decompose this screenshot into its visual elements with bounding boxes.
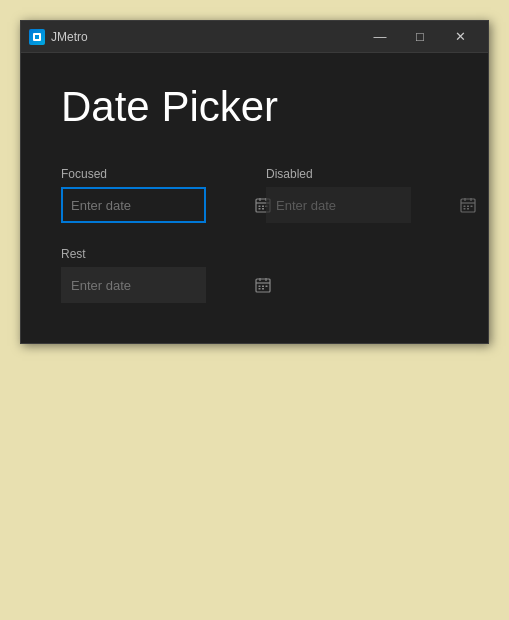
svg-rect-24 (266, 286, 268, 288)
titlebar-left: JMetro (29, 29, 88, 45)
svg-rect-14 (467, 206, 469, 208)
app-icon-inner (33, 33, 41, 41)
svg-rect-16 (464, 208, 466, 210)
svg-rect-7 (259, 208, 261, 210)
focused-date-input-wrapper[interactable] (61, 187, 206, 223)
maximize-button[interactable]: □ (400, 21, 440, 53)
svg-rect-22 (259, 286, 261, 288)
svg-rect-26 (262, 288, 264, 290)
rest-date-input[interactable] (63, 269, 247, 301)
svg-rect-5 (262, 206, 264, 208)
disabled-calendar-button (452, 189, 484, 221)
disabled-label: Disabled (266, 167, 411, 181)
minimize-button[interactable]: — (360, 21, 400, 53)
disabled-date-input-wrapper (266, 187, 411, 223)
svg-rect-8 (262, 208, 264, 210)
focused-picker-group: Focused (61, 167, 206, 223)
svg-rect-23 (262, 286, 264, 288)
pickers-row-bottom: Rest (61, 247, 448, 303)
focused-date-input[interactable] (63, 189, 247, 221)
titlebar: JMetro — □ ✕ (21, 21, 488, 53)
rest-label: Rest (61, 247, 448, 261)
pickers-row-top: Focused (61, 167, 448, 223)
rest-picker-group: Rest (61, 247, 448, 303)
svg-rect-4 (259, 206, 261, 208)
svg-rect-15 (471, 206, 473, 208)
window-title: JMetro (51, 30, 88, 44)
focused-label: Focused (61, 167, 206, 181)
app-window: JMetro — □ ✕ Date Picker Focused (20, 20, 489, 344)
disabled-date-input (268, 189, 452, 221)
calendar-icon-rest (255, 277, 271, 293)
close-button[interactable]: ✕ (440, 21, 480, 53)
rest-calendar-button[interactable] (247, 269, 279, 301)
svg-rect-9 (461, 199, 475, 212)
app-icon (29, 29, 45, 45)
page-title: Date Picker (61, 83, 448, 131)
disabled-picker-group: Disabled (266, 167, 411, 223)
calendar-icon-disabled (460, 197, 476, 213)
svg-rect-25 (259, 288, 261, 290)
svg-rect-13 (464, 206, 466, 208)
titlebar-controls: — □ ✕ (360, 21, 480, 53)
content-area: Date Picker Focused (21, 53, 488, 343)
svg-rect-17 (467, 208, 469, 210)
rest-date-input-wrapper[interactable] (61, 267, 206, 303)
